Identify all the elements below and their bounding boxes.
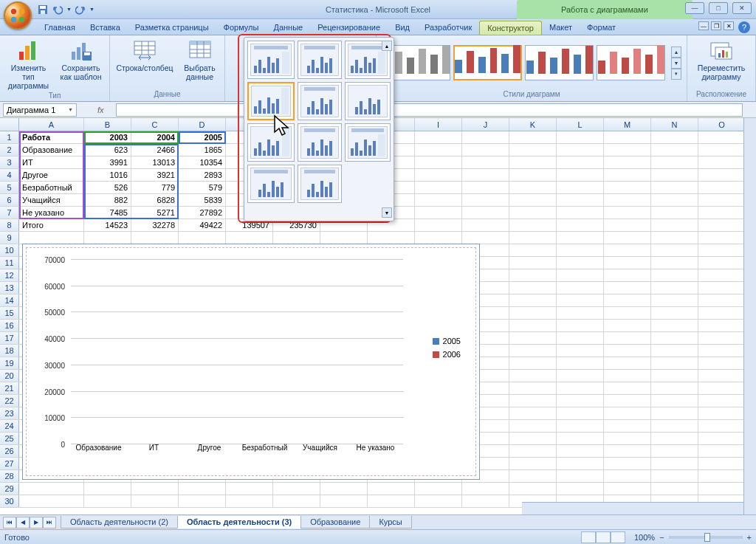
cell-M12[interactable] bbox=[604, 269, 651, 281]
cell-B9[interactable] bbox=[84, 232, 131, 244]
cell-B1[interactable]: 2003 bbox=[84, 131, 131, 143]
tab-Формулы[interactable]: Формулы bbox=[216, 21, 267, 35]
cell-N26[interactable] bbox=[651, 445, 698, 457]
styles-scroll-down[interactable]: ▼ bbox=[671, 58, 681, 69]
chart-layout-1[interactable] bbox=[247, 41, 295, 79]
cell-C7[interactable]: 5271 bbox=[131, 207, 179, 218]
cell-D7[interactable]: 27892 bbox=[179, 207, 226, 218]
cell-D5[interactable]: 579 bbox=[179, 182, 226, 193]
row-header-6[interactable]: 6 bbox=[0, 194, 19, 206]
cell-K27[interactable] bbox=[509, 458, 557, 469]
cell-M16[interactable] bbox=[604, 320, 651, 331]
row-header-29[interactable]: 29 bbox=[0, 483, 19, 495]
cell-C1[interactable]: 2004 bbox=[131, 131, 179, 143]
row-header-21[interactable]: 21 bbox=[0, 382, 19, 394]
cell-K18[interactable] bbox=[509, 345, 557, 357]
cell-N3[interactable] bbox=[651, 156, 698, 168]
cell-I3[interactable] bbox=[415, 156, 462, 168]
cell-L16[interactable] bbox=[557, 320, 604, 331]
cell-N21[interactable] bbox=[651, 382, 698, 394]
cell-N22[interactable] bbox=[651, 395, 698, 407]
tab-Данные[interactable]: Данные bbox=[266, 21, 310, 35]
col-header-D[interactable]: D bbox=[179, 118, 226, 131]
cell-C4[interactable]: 3921 bbox=[131, 169, 179, 181]
cell-M3[interactable] bbox=[604, 156, 651, 168]
cell-K6[interactable] bbox=[509, 194, 557, 206]
cell-I4[interactable] bbox=[415, 169, 462, 181]
cell-C2[interactable]: 2466 bbox=[131, 144, 179, 156]
cell-J29[interactable] bbox=[462, 483, 509, 495]
cell-A29[interactable] bbox=[19, 483, 84, 495]
layout-scroll-up[interactable]: ▲ bbox=[382, 41, 392, 51]
cell-K16[interactable] bbox=[509, 320, 557, 331]
cell-L29[interactable] bbox=[557, 483, 604, 495]
cell-O20[interactable] bbox=[698, 370, 746, 382]
cell-L5[interactable] bbox=[557, 182, 604, 193]
col-header-L[interactable]: L bbox=[557, 118, 604, 131]
cell-L13[interactable] bbox=[557, 282, 604, 294]
cell-M25[interactable] bbox=[604, 433, 651, 444]
cell-D3[interactable]: 10354 bbox=[179, 156, 226, 168]
cell-M27[interactable] bbox=[604, 458, 651, 469]
cell-N5[interactable] bbox=[651, 182, 698, 193]
close-button[interactable]: ✕ bbox=[732, 2, 752, 14]
workbook-minimize[interactable]: — bbox=[698, 21, 709, 30]
cell-D29[interactable] bbox=[179, 483, 226, 495]
cell-J30[interactable] bbox=[462, 495, 509, 507]
cell-L18[interactable] bbox=[557, 345, 604, 357]
cell-K29[interactable] bbox=[509, 483, 557, 495]
cell-O16[interactable] bbox=[698, 320, 746, 331]
cell-K4[interactable] bbox=[509, 169, 557, 181]
cell-A8[interactable]: Итого bbox=[19, 219, 84, 231]
cell-B3[interactable]: 3991 bbox=[84, 156, 131, 168]
cell-N9[interactable] bbox=[651, 232, 698, 244]
cell-O15[interactable] bbox=[698, 307, 746, 319]
cell-N12[interactable] bbox=[651, 269, 698, 281]
cell-L28[interactable] bbox=[557, 470, 604, 482]
minimize-button[interactable]: — bbox=[685, 2, 704, 14]
cell-N27[interactable] bbox=[651, 458, 698, 469]
tab-Разработчик[interactable]: Разработчик bbox=[417, 21, 479, 35]
row-header-22[interactable]: 22 bbox=[0, 395, 19, 407]
undo-icon[interactable] bbox=[52, 4, 63, 16]
row-header-5[interactable]: 5 bbox=[0, 182, 19, 193]
row-header-28[interactable]: 28 bbox=[0, 470, 19, 482]
cell-N14[interactable] bbox=[651, 295, 698, 306]
cell-L9[interactable] bbox=[557, 232, 604, 244]
row-header-12[interactable]: 12 bbox=[0, 269, 19, 281]
cell-L8[interactable] bbox=[557, 219, 604, 231]
office-button[interactable] bbox=[4, 1, 32, 30]
row-header-3[interactable]: 3 bbox=[0, 156, 19, 168]
cell-M13[interactable] bbox=[604, 282, 651, 294]
cell-I7[interactable] bbox=[415, 207, 462, 218]
cell-M29[interactable] bbox=[604, 483, 651, 495]
col-header-J[interactable]: J bbox=[462, 118, 509, 131]
cell-O9[interactable] bbox=[698, 232, 746, 244]
cell-A7[interactable]: Не указано bbox=[19, 207, 84, 218]
chart-plot-area[interactable] bbox=[71, 260, 403, 444]
cell-M23[interactable] bbox=[604, 407, 651, 419]
view-page-break[interactable] bbox=[611, 531, 625, 543]
sheet-nav-prev[interactable]: ◀ bbox=[16, 517, 30, 528]
tab-Разметка страницы[interactable]: Разметка страницы bbox=[128, 21, 216, 35]
row-header-16[interactable]: 16 bbox=[0, 320, 19, 331]
sheet-tab-0[interactable]: Область деятельности (2) bbox=[61, 516, 178, 528]
vertical-scrollbar[interactable] bbox=[743, 118, 756, 514]
cell-N16[interactable] bbox=[651, 320, 698, 331]
cell-M10[interactable] bbox=[604, 244, 651, 256]
row-header-9[interactable]: 9 bbox=[0, 232, 19, 244]
row-header-8[interactable]: 8 bbox=[0, 219, 19, 231]
cell-N19[interactable] bbox=[651, 357, 698, 369]
cell-L7[interactable] bbox=[557, 207, 604, 218]
cell-D1[interactable]: 2005 bbox=[179, 131, 226, 143]
cell-O11[interactable] bbox=[698, 257, 746, 269]
cell-L11[interactable] bbox=[557, 257, 604, 269]
styles-scroll-up[interactable]: ▲ bbox=[671, 47, 681, 58]
row-header-11[interactable]: 11 bbox=[0, 257, 19, 269]
formula-input[interactable] bbox=[116, 103, 743, 117]
styles-expand[interactable]: ▾ bbox=[671, 69, 681, 80]
cell-A2[interactable]: Образование bbox=[19, 144, 84, 156]
cell-O13[interactable] bbox=[698, 282, 746, 294]
sheet-tab-2[interactable]: Образование bbox=[300, 516, 370, 528]
row-header-7[interactable]: 7 bbox=[0, 207, 19, 218]
